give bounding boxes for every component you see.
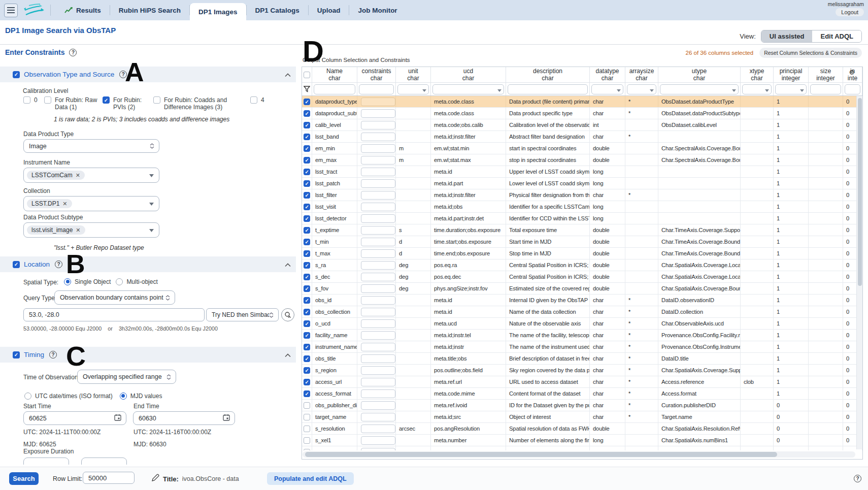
row-checkbox[interactable]: ✓ xyxy=(304,332,310,339)
logout-button[interactable]: Logout xyxy=(836,8,864,16)
table-row-t_max[interactable]: ✓t_maxdtime.end;obs.exposureStop time in… xyxy=(302,248,862,259)
column-header-constraints[interactable]: constraintschar xyxy=(357,67,396,82)
help-icon[interactable]: ? xyxy=(49,351,57,358)
column-header-datatype[interactable]: datatypechar xyxy=(590,67,625,82)
remove-chip-icon[interactable]: ✕ xyxy=(62,201,67,207)
constraint-input[interactable] xyxy=(361,401,395,410)
constraint-input[interactable] xyxy=(361,109,395,118)
tab-job-monitor[interactable]: Job Monitor xyxy=(349,0,406,20)
table-row-access_url[interactable]: ✓access_urlmeta.ref.urlURL used to acces… xyxy=(302,376,862,388)
constraint-input[interactable] xyxy=(361,413,395,421)
constraint-input[interactable] xyxy=(361,191,395,200)
row-checkbox[interactable]: ✓ xyxy=(304,379,310,385)
table-row-obs_publisher_did[interactable]: obs_publisher_didmeta.ref.ivoidID for th… xyxy=(302,400,862,411)
table-row-t_exptime[interactable]: ✓t_exptimestime.duration;obs.exposureTot… xyxy=(302,224,862,236)
section-checkbox[interactable]: ✓ xyxy=(13,261,20,268)
constraint-input[interactable] xyxy=(361,156,395,165)
collection-select[interactable]: LSST.DP1✕ xyxy=(23,196,159,211)
row-checkbox[interactable]: ✓ xyxy=(304,227,310,234)
collapse-icon[interactable] xyxy=(285,350,291,360)
row-checkbox[interactable]: ✓ xyxy=(304,180,310,187)
filter-input[interactable] xyxy=(845,84,860,94)
column-header-ucd[interactable]: ucdchar xyxy=(431,67,506,82)
row-checkbox[interactable]: ✓ xyxy=(304,355,310,362)
row-checkbox[interactable]: ✓ xyxy=(304,134,310,140)
filter-input[interactable] xyxy=(432,84,504,94)
data-product-subtype-select[interactable]: lsst.visit_image✕ xyxy=(23,222,159,238)
table-row-em_max[interactable]: ✓em_maxmem.wl;stat.maxstop in spectral c… xyxy=(302,154,862,166)
constraint-input[interactable] xyxy=(361,214,395,223)
constraint-input[interactable] xyxy=(361,389,395,398)
resolve-search-button[interactable] xyxy=(281,308,294,321)
horizontal-scrollbar[interactable] xyxy=(303,451,855,458)
table-row-obs_collection[interactable]: ✓obs_collectionmeta.idName of the data c… xyxy=(302,306,862,318)
calibration-option[interactable]: ✓For Rubin: PVIs (2) xyxy=(103,96,153,111)
section-checkbox[interactable]: ✓ xyxy=(13,351,20,358)
reset-columns-button[interactable]: Reset Column Selections & Constraints xyxy=(759,48,862,58)
filter-input[interactable] xyxy=(660,84,739,94)
table-row-o_ucd[interactable]: ✓o_ucdmeta.ucdNature of the observable a… xyxy=(302,318,862,330)
search-button[interactable]: Search xyxy=(9,472,39,485)
column-header-name[interactable]: Namechar xyxy=(312,67,357,82)
section-checkbox[interactable]: ✓ xyxy=(13,71,20,78)
coordinates-input[interactable]: 53.0, -28.0 xyxy=(23,308,205,321)
tab-dp1-images[interactable]: DP1 Images xyxy=(190,3,246,20)
help-icon-bottom[interactable]: ? xyxy=(854,475,861,482)
table-row-lsst_band[interactable]: ✓lsst_bandmeta.id;instr.filterAbstract f… xyxy=(302,131,862,143)
row-checkbox[interactable]: ✓ xyxy=(304,110,310,117)
row-checkbox[interactable]: ✓ xyxy=(304,344,310,350)
row-checkbox[interactable]: ✓ xyxy=(304,204,310,210)
column-header-arraysize[interactable]: arraysizechar xyxy=(625,67,658,82)
spatial-type-radio[interactable]: Multi-object xyxy=(116,278,157,285)
tab-rubin-hips-search[interactable]: Rubin HiPS Search xyxy=(110,0,189,20)
tab-upload[interactable]: Upload xyxy=(309,0,349,20)
row-checkbox[interactable]: ✓ xyxy=(304,99,310,105)
constraint-input[interactable] xyxy=(361,343,395,351)
row-checkbox[interactable] xyxy=(304,437,310,444)
table-row-lsst_patch[interactable]: ✓lsst_patchmeta.id.partLower level of LS… xyxy=(302,178,862,189)
row-checkbox[interactable] xyxy=(304,414,310,420)
view-edit-adql-button[interactable]: Edit ADQL xyxy=(812,30,861,42)
calendar-icon[interactable] xyxy=(223,414,230,422)
tab-dp1-catalogs[interactable]: DP1 Catalogs xyxy=(247,0,308,20)
collapse-icon[interactable] xyxy=(285,70,291,79)
table-row-lsst_detector[interactable]: ✓lsst_detectormeta.id.part;instr.detIden… xyxy=(302,213,862,224)
view-ui-assisted-button[interactable]: UI assisted xyxy=(761,30,813,42)
calibration-option[interactable]: 4 xyxy=(250,96,271,104)
column-header-principal[interactable]: principalinteger xyxy=(774,67,809,82)
row-checkbox[interactable]: ✓ xyxy=(304,320,310,327)
constraint-input[interactable] xyxy=(361,378,395,386)
table-row-em_min[interactable]: ✓em_minmem.wl;stat.minstart in spectral … xyxy=(302,143,862,154)
table-row-calib_level[interactable]: ✓calib_levelmeta.code;obs.calibCalibrati… xyxy=(302,119,862,131)
filter-input[interactable] xyxy=(810,84,841,94)
table-row-t_min[interactable]: ✓t_mindtime.start;obs.exposureStart time… xyxy=(302,236,862,248)
time-of-observation-select[interactable]: Overlapping specified range xyxy=(77,370,176,384)
row-checkbox[interactable]: ✓ xyxy=(304,192,310,199)
section-location[interactable]: ✓ Location ? xyxy=(0,256,296,272)
table-row-dataproduct_type[interactable]: ✓dataproduct_typemeta.code.classData pro… xyxy=(302,96,862,108)
calibration-option[interactable]: For Rubin: Coadds and Difference Images … xyxy=(153,96,250,111)
start-time-input[interactable]: 60625 xyxy=(23,411,126,425)
vertical-scrollbar[interactable] xyxy=(856,96,862,449)
table-row-partial[interactable] xyxy=(302,446,862,450)
row-checkbox[interactable]: ✓ xyxy=(304,285,310,292)
column-header-description[interactable]: descriptionchar xyxy=(506,67,590,82)
data-product-type-select[interactable]: Image xyxy=(23,139,159,153)
constraint-input[interactable] xyxy=(361,249,395,258)
table-row-s_resolution[interactable]: s_resolutionarcsecpos.angResolutionSpati… xyxy=(302,423,862,435)
row-checkbox[interactable]: ✓ xyxy=(304,145,310,152)
spatial-type-radio[interactable]: Single Object xyxy=(64,278,111,285)
collapse-icon[interactable] xyxy=(285,260,291,269)
constraint-input[interactable] xyxy=(361,203,395,211)
table-row-s_dec[interactable]: ✓s_decdegpos.eq.decCentral Spatial Posit… xyxy=(302,271,862,283)
constraint-input[interactable] xyxy=(361,319,395,328)
table-row-access_format[interactable]: ✓access_formatmeta.code.mimeContent form… xyxy=(302,388,862,400)
tab-results[interactable]: Results xyxy=(56,0,110,20)
constraint-input[interactable] xyxy=(361,144,395,153)
row-checkbox[interactable]: ✓ xyxy=(304,250,310,257)
query-type-select[interactable]: Observation boundary contains point xyxy=(54,290,175,305)
constraint-input[interactable] xyxy=(361,296,395,305)
calendar-icon[interactable] xyxy=(114,414,121,422)
section-observation-type[interactable]: ✓ Observation Type and Source ? xyxy=(0,67,296,82)
menu-icon[interactable] xyxy=(4,4,18,17)
